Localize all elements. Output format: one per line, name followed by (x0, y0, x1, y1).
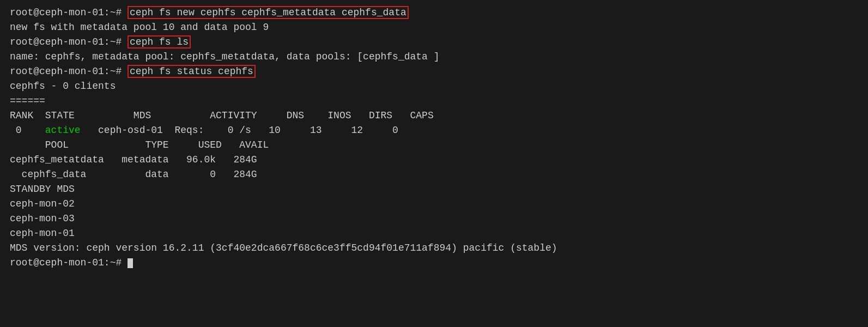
terminal: root@ceph-mon-01:~# ceph fs new cephfs c… (10, 5, 858, 270)
line-standby-3: ceph-mon-01 (10, 226, 858, 241)
cursor (128, 258, 133, 268)
line-6: cephfs - 0 clients (10, 79, 858, 94)
line-1: root@ceph-mon-01:~# ceph fs new cephfs c… (10, 5, 858, 20)
line-3: root@ceph-mon-01:~# ceph fs ls (10, 35, 858, 50)
table-row-mds: 0 active ceph-osd-01 Reqs: 0 /s 10 13 12… (10, 123, 858, 138)
state-active: active (45, 125, 81, 136)
table-header: RANK STATE MDS ACTIVITY DNS INOS DIRS CA… (10, 108, 858, 123)
pool-row-2: cephfs_data data 0 284G (10, 167, 858, 182)
cmd-1: ceph fs new cephfs cephfs_metatdata ceph… (128, 6, 409, 19)
line-standby-2: ceph-mon-03 (10, 211, 858, 226)
line-5: root@ceph-mon-01:~# ceph fs status cephf… (10, 64, 858, 79)
pool-table-header: POOL TYPE USED AVAIL (10, 138, 858, 153)
cmd-3: ceph fs ls (128, 35, 191, 49)
line-standby-1: ceph-mon-02 (10, 197, 858, 211)
line-7: ====== (10, 94, 858, 108)
prompt-5: root@ceph-mon-01:~# (10, 66, 128, 77)
line-2: new fs with metadata pool 10 and data po… (10, 20, 858, 35)
line-4: name: cephfs, metadata pool: cephfs_meta… (10, 50, 858, 64)
line-mds-version: MDS version: ceph version 16.2.11 (3cf40… (10, 241, 858, 256)
cmd-5: ceph fs status cephfs (128, 65, 256, 78)
line-last: root@ceph-mon-01:~# (10, 256, 858, 270)
pool-row-1: cephfs_metatdata metadata 96.0k 284G (10, 153, 858, 167)
prompt-last: root@ceph-mon-01:~# (10, 257, 128, 268)
prompt-1: root@ceph-mon-01:~# (10, 7, 128, 18)
prompt-3: root@ceph-mon-01:~# (10, 37, 128, 47)
line-standby: STANDBY MDS (10, 182, 858, 197)
